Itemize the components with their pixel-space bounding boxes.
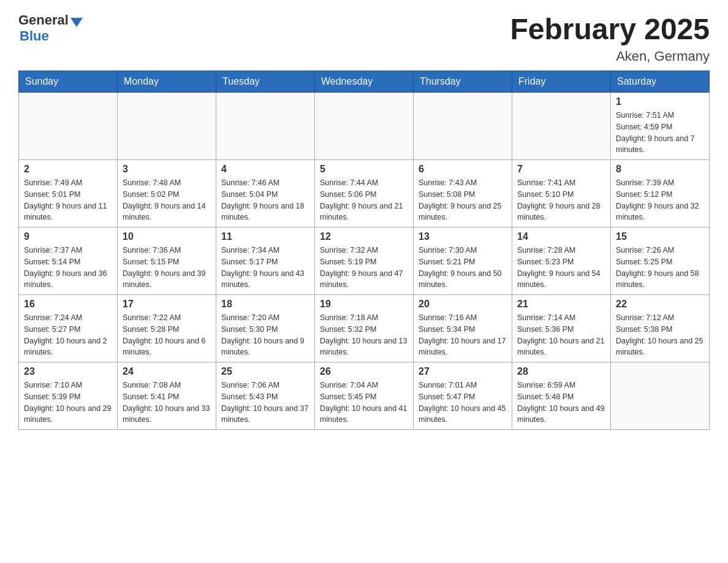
day-number: 2: [24, 164, 112, 175]
calendar-header-tuesday: Tuesday: [216, 71, 315, 93]
page-header: General Blue February 2025 Aken, Germany: [18, 12, 710, 64]
calendar-cell: 8Sunrise: 7:39 AM Sunset: 5:12 PM Daylig…: [611, 160, 710, 228]
calendar-cell: 3Sunrise: 7:48 AM Sunset: 5:02 PM Daylig…: [118, 160, 216, 228]
calendar-cell: 24Sunrise: 7:08 AM Sunset: 5:41 PM Dayli…: [118, 362, 216, 430]
calendar-week-5: 23Sunrise: 7:10 AM Sunset: 5:39 PM Dayli…: [19, 362, 710, 430]
day-info: Sunrise: 7:48 AM Sunset: 5:02 PM Dayligh…: [123, 177, 211, 223]
day-number: 19: [320, 299, 408, 310]
day-number: 6: [419, 164, 507, 175]
day-info: Sunrise: 7:20 AM Sunset: 5:30 PM Dayligh…: [221, 312, 309, 358]
calendar-cell: 15Sunrise: 7:26 AM Sunset: 5:25 PM Dayli…: [611, 228, 710, 295]
day-number: 8: [616, 164, 704, 175]
calendar-header-saturday: Saturday: [611, 71, 710, 93]
day-info: Sunrise: 7:12 AM Sunset: 5:38 PM Dayligh…: [616, 312, 704, 358]
day-info: Sunrise: 7:32 AM Sunset: 5:19 PM Dayligh…: [320, 245, 408, 291]
day-number: 21: [517, 299, 605, 310]
logo-blue: Blue: [20, 28, 49, 44]
day-info: Sunrise: 7:51 AM Sunset: 4:59 PM Dayligh…: [616, 110, 704, 156]
calendar-cell: [118, 93, 216, 160]
calendar-cell: 17Sunrise: 7:22 AM Sunset: 5:28 PM Dayli…: [118, 295, 216, 362]
calendar-cell: 9Sunrise: 7:37 AM Sunset: 5:14 PM Daylig…: [19, 228, 118, 295]
calendar-week-3: 9Sunrise: 7:37 AM Sunset: 5:14 PM Daylig…: [19, 228, 710, 295]
day-number: 23: [24, 366, 112, 377]
calendar-cell: 19Sunrise: 7:18 AM Sunset: 5:32 PM Dayli…: [315, 295, 414, 362]
day-number: 10: [123, 231, 211, 242]
day-number: 5: [320, 164, 408, 175]
calendar-cell: [414, 93, 512, 160]
day-number: 12: [320, 231, 408, 242]
calendar-cell: 11Sunrise: 7:34 AM Sunset: 5:17 PM Dayli…: [216, 228, 315, 295]
day-info: Sunrise: 7:28 AM Sunset: 5:23 PM Dayligh…: [517, 245, 605, 291]
calendar-header-sunday: Sunday: [19, 71, 118, 93]
calendar-cell: 25Sunrise: 7:06 AM Sunset: 5:43 PM Dayli…: [216, 362, 315, 430]
day-info: Sunrise: 7:49 AM Sunset: 5:01 PM Dayligh…: [24, 177, 112, 223]
day-number: 4: [221, 164, 309, 175]
calendar-cell: 1Sunrise: 7:51 AM Sunset: 4:59 PM Daylig…: [611, 93, 710, 160]
logo-general: General: [18, 12, 69, 28]
calendar-cell: 21Sunrise: 7:14 AM Sunset: 5:36 PM Dayli…: [512, 295, 611, 362]
calendar-cell: 18Sunrise: 7:20 AM Sunset: 5:30 PM Dayli…: [216, 295, 315, 362]
calendar-header-row: SundayMondayTuesdayWednesdayThursdayFrid…: [19, 71, 710, 93]
day-number: 3: [123, 164, 211, 175]
calendar-title: February 2025: [510, 12, 710, 46]
day-number: 16: [24, 299, 112, 310]
day-info: Sunrise: 7:04 AM Sunset: 5:45 PM Dayligh…: [320, 380, 408, 426]
calendar-week-2: 2Sunrise: 7:49 AM Sunset: 5:01 PM Daylig…: [19, 160, 710, 228]
calendar-header-thursday: Thursday: [414, 71, 512, 93]
day-number: 20: [419, 299, 507, 310]
calendar-cell: [19, 93, 118, 160]
day-info: Sunrise: 7:43 AM Sunset: 5:08 PM Dayligh…: [419, 177, 507, 223]
day-number: 25: [221, 366, 309, 377]
title-block: February 2025 Aken, Germany: [510, 12, 710, 64]
day-number: 18: [221, 299, 309, 310]
calendar-cell: 20Sunrise: 7:16 AM Sunset: 5:34 PM Dayli…: [414, 295, 512, 362]
day-number: 14: [517, 231, 605, 242]
calendar-cell: 13Sunrise: 7:30 AM Sunset: 5:21 PM Dayli…: [414, 228, 512, 295]
day-info: Sunrise: 7:24 AM Sunset: 5:27 PM Dayligh…: [24, 312, 112, 358]
calendar-cell: 26Sunrise: 7:04 AM Sunset: 5:45 PM Dayli…: [315, 362, 414, 430]
calendar-cell: [512, 93, 611, 160]
day-info: Sunrise: 7:41 AM Sunset: 5:10 PM Dayligh…: [517, 177, 605, 223]
calendar-week-1: 1Sunrise: 7:51 AM Sunset: 4:59 PM Daylig…: [19, 93, 710, 160]
calendar-cell: 12Sunrise: 7:32 AM Sunset: 5:19 PM Dayli…: [315, 228, 414, 295]
day-info: Sunrise: 7:46 AM Sunset: 5:04 PM Dayligh…: [221, 177, 309, 223]
day-number: 11: [221, 231, 309, 242]
calendar-cell: 16Sunrise: 7:24 AM Sunset: 5:27 PM Dayli…: [19, 295, 118, 362]
calendar-cell: 10Sunrise: 7:36 AM Sunset: 5:15 PM Dayli…: [118, 228, 216, 295]
calendar-cell: 22Sunrise: 7:12 AM Sunset: 5:38 PM Dayli…: [611, 295, 710, 362]
day-info: Sunrise: 7:06 AM Sunset: 5:43 PM Dayligh…: [221, 380, 309, 426]
calendar-cell: 7Sunrise: 7:41 AM Sunset: 5:10 PM Daylig…: [512, 160, 611, 228]
day-info: Sunrise: 7:36 AM Sunset: 5:15 PM Dayligh…: [123, 245, 211, 291]
calendar-cell: 14Sunrise: 7:28 AM Sunset: 5:23 PM Dayli…: [512, 228, 611, 295]
day-info: Sunrise: 7:22 AM Sunset: 5:28 PM Dayligh…: [123, 312, 211, 358]
day-info: Sunrise: 7:18 AM Sunset: 5:32 PM Dayligh…: [320, 312, 408, 358]
day-info: Sunrise: 7:39 AM Sunset: 5:12 PM Dayligh…: [616, 177, 704, 223]
calendar-subtitle: Aken, Germany: [510, 48, 710, 64]
day-number: 24: [123, 366, 211, 377]
day-info: Sunrise: 7:37 AM Sunset: 5:14 PM Dayligh…: [24, 245, 112, 291]
calendar-cell: 4Sunrise: 7:46 AM Sunset: 5:04 PM Daylig…: [216, 160, 315, 228]
day-info: Sunrise: 7:26 AM Sunset: 5:25 PM Dayligh…: [616, 245, 704, 291]
calendar-cell: 28Sunrise: 6:59 AM Sunset: 5:48 PM Dayli…: [512, 362, 611, 430]
day-info: Sunrise: 7:14 AM Sunset: 5:36 PM Dayligh…: [517, 312, 605, 358]
day-info: Sunrise: 7:08 AM Sunset: 5:41 PM Dayligh…: [123, 380, 211, 426]
calendar-table: SundayMondayTuesdayWednesdayThursdayFrid…: [18, 71, 710, 430]
day-number: 15: [616, 231, 704, 242]
day-info: Sunrise: 7:01 AM Sunset: 5:47 PM Dayligh…: [419, 380, 507, 426]
day-info: Sunrise: 7:34 AM Sunset: 5:17 PM Dayligh…: [221, 245, 309, 291]
day-info: Sunrise: 7:10 AM Sunset: 5:39 PM Dayligh…: [24, 380, 112, 426]
day-info: Sunrise: 7:30 AM Sunset: 5:21 PM Dayligh…: [419, 245, 507, 291]
day-number: 1: [616, 96, 704, 107]
day-number: 17: [123, 299, 211, 310]
calendar-header-monday: Monday: [118, 71, 216, 93]
calendar-cell: 27Sunrise: 7:01 AM Sunset: 5:47 PM Dayli…: [414, 362, 512, 430]
day-number: 7: [517, 164, 605, 175]
day-info: Sunrise: 6:59 AM Sunset: 5:48 PM Dayligh…: [517, 380, 605, 426]
calendar-header-wednesday: Wednesday: [315, 71, 414, 93]
calendar-cell: [216, 93, 315, 160]
day-number: 26: [320, 366, 408, 377]
calendar-cell: 2Sunrise: 7:49 AM Sunset: 5:01 PM Daylig…: [19, 160, 118, 228]
day-number: 27: [419, 366, 507, 377]
day-info: Sunrise: 7:44 AM Sunset: 5:06 PM Dayligh…: [320, 177, 408, 223]
calendar-week-4: 16Sunrise: 7:24 AM Sunset: 5:27 PM Dayli…: [19, 295, 710, 362]
